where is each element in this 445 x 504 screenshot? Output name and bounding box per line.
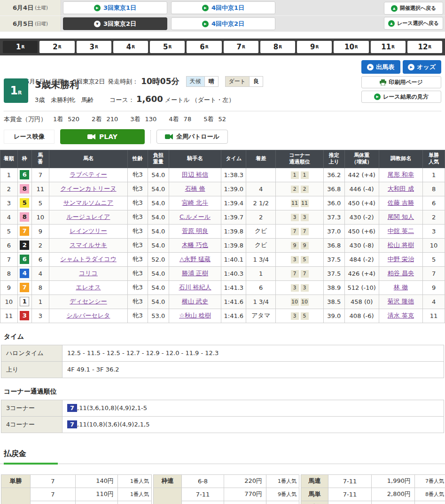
last3f-time: 38.9 [323, 280, 344, 295]
sex-age: 牝3 [128, 224, 148, 238]
tab-race-7[interactable]: 7R [224, 41, 258, 53]
weight-carried: 54.0 [148, 280, 169, 295]
tab-race-8[interactable]: 8R [260, 41, 295, 53]
trainer-link[interactable]: 尾形 和幸 [388, 171, 414, 178]
body-weight: 442 (+4) [344, 168, 379, 182]
jockey-link[interactable]: △永野 猛蔵 [180, 256, 211, 263]
payout-table-bracket-wide: 枠連 6-8 220円 1番人気 ワイド 7-11 770円 9番人気 5-7 … [153, 474, 299, 504]
horse-name-link[interactable]: クイーンカトリーヌ [60, 185, 116, 192]
trainer-link[interactable]: 清水 英克 [388, 312, 414, 319]
print-page-button[interactable]: 印刷用ページ [361, 76, 441, 88]
play-race-video-button[interactable]: PLAY [60, 129, 145, 144]
bracket-quinella-amount: 220円 [224, 474, 266, 488]
finish-time: 1:41.6 [221, 295, 246, 309]
meeting-button-tokyo-day1[interactable]: ▶ 3回東京1日 [63, 1, 167, 14]
win-combo: 7 [31, 474, 76, 488]
jockey-link[interactable]: 横山 武史 [182, 298, 208, 305]
corner-pass-order: 5 [301, 256, 309, 264]
jockey-link[interactable]: 木幡 巧也 [182, 241, 208, 248]
odds-button[interactable]: ▶ オッズ [403, 60, 442, 74]
trainer-link[interactable]: 松山 将樹 [388, 241, 414, 248]
race-number-badge: 1 R [4, 78, 28, 103]
corner-pass-order: 10 [291, 298, 299, 306]
sex-age: 牝3 [128, 168, 148, 182]
tab-race-6[interactable]: 6R [187, 41, 221, 53]
back-to-race-select-button[interactable]: ▲ レース選択へ戻る [384, 17, 443, 30]
race-number: 9 [310, 43, 315, 51]
horse-name-link[interactable]: シルバーセレタ [67, 312, 110, 319]
horse-name-link[interactable]: シャムトラダイコウ [60, 256, 117, 263]
col-header-trainer: 調教師名 [379, 150, 422, 168]
jockey-link[interactable]: 菅原 明良 [182, 227, 208, 234]
horse-name-link[interactable]: コリコ [79, 270, 98, 277]
wide-amount: 770円 [224, 488, 266, 501]
trainer-link[interactable]: 中舘 英二 [388, 227, 414, 234]
tab-race-12[interactable]: 12R [407, 41, 442, 53]
sex-age: 牝3 [128, 182, 148, 196]
corner-pass-order: 3 [301, 284, 309, 292]
horse-number: 9 [32, 224, 49, 238]
last3f-time: 39.0 [323, 309, 344, 323]
horse-name-link[interactable]: エレオス [76, 284, 101, 291]
jockey-link[interactable]: 宮崎 北斗 [182, 199, 208, 206]
tab-race-2[interactable]: 2R [39, 41, 74, 53]
tab-race-11[interactable]: 11R [371, 41, 406, 53]
frame-number-badge: 3 [20, 311, 29, 320]
race-number: 4 [126, 43, 131, 51]
payout-section-title: 払戻金 [4, 449, 26, 458]
race-conditions: 3歳 未勝利牝 馬齢 コース： 1,600 メートル （ダート・左） [35, 94, 234, 104]
wide-label: ワイド [154, 488, 182, 504]
entries-button-label: 出馬表 [376, 63, 394, 71]
trainer-link[interactable]: 菊沢 隆徳 [388, 298, 414, 305]
col-header-body-weight: 馬体重 （増減） [344, 150, 379, 168]
jockey-link[interactable]: 石川 裕紀人 [179, 284, 211, 291]
horse-name-link[interactable]: スマイルサキ [70, 241, 107, 248]
table-row: 複勝 7 110円 1番人気 [1, 488, 152, 501]
jockey-link[interactable]: 石橋 脩 [185, 185, 205, 192]
corner-pass-order: 5 [301, 312, 309, 320]
trainer-link[interactable]: 佐藤 吉勝 [388, 199, 414, 206]
corner-order-table: 3コーナー 7,11(3,6,10,8)(4,9)2,1-5 4コーナー 7,1… [1, 400, 444, 433]
wide-popularity: 4番人気 [266, 501, 299, 504]
weight-carried: 54.0 [148, 266, 169, 280]
guide-button-label: レース結果の見方 [383, 93, 429, 101]
patrol-video-button[interactable]: 全周パトロール [156, 130, 228, 144]
meeting-button-tokyo-day2-active[interactable]: ▼ 3回東京2日 [63, 17, 167, 30]
tab-race-3[interactable]: 3R [77, 41, 111, 53]
trainer-link[interactable]: 大和田 成 [388, 185, 414, 192]
place-popularity: 1番人気 [118, 488, 152, 501]
tab-race-1[interactable]: 1R [3, 41, 38, 53]
jockey-link[interactable]: 田辺 裕信 [182, 171, 208, 178]
tab-race-9[interactable]: 9R [297, 41, 332, 53]
jockey-link[interactable]: C.ルメール [180, 213, 211, 220]
back-to-meeting-select-button[interactable]: ▲ 開催選択へ戻る [384, 2, 443, 15]
jockey-link[interactable]: 勝浦 正樹 [182, 270, 208, 277]
horse-name-link[interactable]: ラブペティー [70, 171, 107, 178]
meeting-button-chukyo-day2[interactable]: ▶ 4回中京2日 [171, 17, 275, 30]
tab-race-4[interactable]: 4R [113, 41, 148, 53]
race-number: 6 [200, 43, 204, 51]
horse-name-link[interactable]: ディセンシー [70, 298, 107, 305]
horse-name-link[interactable]: ルージュレイア [67, 213, 110, 220]
meeting-button-chukyo-day1[interactable]: ▶ 4回中京1日 [171, 1, 275, 14]
jockey-link[interactable]: ☆秋山 稔樹 [179, 312, 211, 319]
frame-number-badge: 1 [20, 297, 29, 306]
place-amount: 110円 [76, 488, 118, 501]
race-number: 5 [163, 43, 168, 51]
arrow-right-icon: ▶ [408, 64, 414, 70]
horse-name-link[interactable]: レインツリー [70, 227, 107, 234]
finish-position: 11 [0, 309, 18, 323]
horse-name-link[interactable]: サンマルソムニア [63, 199, 113, 206]
trainer-link[interactable]: 林 徹 [394, 284, 408, 291]
trainer-link[interactable]: 中野 栄治 [388, 256, 414, 263]
trainer-link[interactable]: 粕谷 昌央 [388, 270, 414, 277]
entries-button[interactable]: ▶ 出馬表 [361, 60, 400, 74]
tab-race-10[interactable]: 10R [334, 41, 368, 53]
bracket-quinella-popularity: 1番人気 [266, 474, 299, 488]
results-guide-button[interactable]: ▶ レース結果の見方 [361, 91, 441, 103]
tab-race-5[interactable]: 5R [150, 41, 185, 53]
trainer-link[interactable]: 尾関 知人 [388, 213, 414, 220]
prize-amount: 210 [106, 116, 118, 123]
nav-row-saturday: 6月4日 (土曜) ▶ 3回東京1日 ▶ 4回中京1日 [0, 0, 445, 16]
horse-number: 10 [32, 210, 49, 224]
